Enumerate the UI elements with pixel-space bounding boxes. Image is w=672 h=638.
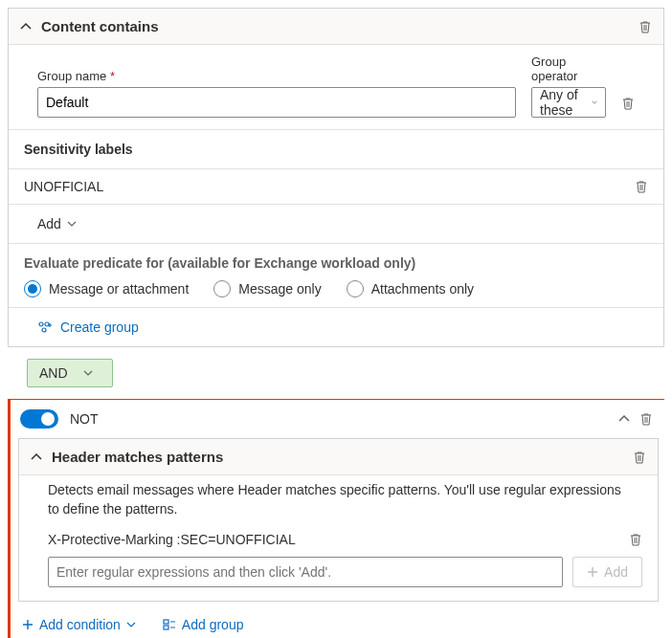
evaluate-hint: Evaluate predicate for (available for Ex…: [24, 255, 648, 271]
delete-group-icon[interactable]: [621, 97, 635, 110]
not-block: NOT Header matches patterns Detects emai…: [8, 399, 664, 638]
toggle-knob: [41, 412, 55, 426]
radio-circle-icon: [24, 280, 41, 297]
delete-not-block-icon[interactable]: [639, 412, 653, 426]
add-condition-button[interactable]: Add condition: [22, 617, 136, 632]
svg-point-0: [39, 322, 43, 326]
delete-pattern-icon[interactable]: [629, 533, 642, 546]
header-matches-title: Header matches patterns: [52, 449, 633, 465]
sensitivity-labels-header: Sensitivity labels: [9, 130, 663, 169]
group-row: Group name * Group operator Any of these: [9, 45, 663, 130]
group-name-label: Group name *: [37, 69, 516, 83]
create-group-button[interactable]: Create group: [9, 308, 663, 346]
add-pattern-button[interactable]: Add: [572, 557, 642, 587]
add-pattern-label: Add: [604, 564, 628, 580]
add-label-text: Add: [37, 216, 61, 231]
add-condition-label: Add condition: [39, 617, 121, 632]
delete-label-icon[interactable]: [635, 180, 648, 193]
create-group-icon: [37, 320, 53, 334]
not-label: NOT: [70, 411, 618, 427]
radio-circle-icon: [347, 280, 364, 297]
boolean-operator-pill[interactable]: AND: [27, 359, 113, 387]
add-label-button[interactable]: Add: [37, 216, 77, 231]
not-row: NOT: [18, 407, 659, 438]
plus-icon: [587, 566, 598, 578]
evaluate-section: Evaluate predicate for (available for Ex…: [9, 244, 663, 308]
add-group-label: Add group: [182, 617, 244, 632]
add-group-button[interactable]: Add group: [163, 617, 244, 632]
content-contains-header: Content contains: [9, 9, 663, 45]
content-contains-panel: Content contains Group name * Group oper…: [8, 8, 664, 347]
not-toggle[interactable]: [20, 409, 58, 429]
create-group-label: Create group: [60, 319, 139, 335]
group-name-input[interactable]: [37, 87, 516, 118]
add-label-row: Add: [9, 205, 663, 244]
regex-input-row: Add: [19, 555, 658, 601]
header-matches-description: Detects email messages where Header matc…: [19, 475, 658, 528]
radio-label: Message or attachment: [49, 281, 189, 297]
radio-attachments-only[interactable]: Attachments only: [347, 280, 474, 297]
svg-rect-4: [164, 626, 168, 629]
sensitivity-label-text: UNOFFICIAL: [24, 179, 635, 194]
radio-label: Attachments only: [371, 281, 474, 297]
content-contains-title: Content contains: [41, 18, 638, 34]
pattern-item: X-Protective-Marking :SEC=UNOFFICIAL: [19, 528, 658, 555]
svg-rect-3: [164, 620, 168, 624]
delete-header-panel-icon[interactable]: [633, 451, 646, 464]
collapse-icon[interactable]: [20, 21, 32, 33]
chevron-down-icon: [83, 368, 93, 378]
plus-icon: [22, 619, 34, 630]
radio-message-or-attachment[interactable]: Message or attachment: [24, 280, 189, 297]
radio-label: Message only: [238, 281, 321, 297]
sensitivity-label-item: UNOFFICIAL: [9, 169, 663, 205]
group-operator-select[interactable]: Any of these: [531, 87, 606, 118]
delete-content-panel-icon[interactable]: [638, 20, 652, 33]
evaluate-radios: Message or attachment Message only Attac…: [24, 280, 648, 297]
regex-input[interactable]: [48, 557, 563, 587]
radio-circle-icon: [213, 280, 231, 297]
group-name-field: Group name *: [37, 69, 516, 118]
group-operator-value: Any of these: [540, 87, 586, 118]
pattern-text: X-Protective-Marking :SEC=UNOFFICIAL: [48, 532, 629, 547]
group-operator-label: Group operator: [531, 55, 606, 83]
chevron-down-icon: [126, 620, 136, 629]
group-icon: [163, 619, 176, 630]
not-footer: Add condition Add group: [18, 609, 659, 634]
svg-point-2: [42, 328, 46, 332]
radio-message-only[interactable]: Message only: [213, 280, 321, 297]
header-matches-header: Header matches patterns: [19, 439, 658, 475]
boolean-operator-text: AND: [39, 365, 68, 381]
header-matches-panel: Header matches patterns Detects email me…: [18, 438, 659, 602]
collapse-not-icon[interactable]: [618, 413, 630, 425]
group-operator-field: Group operator Any of these: [531, 55, 606, 118]
collapse-icon[interactable]: [31, 451, 42, 463]
